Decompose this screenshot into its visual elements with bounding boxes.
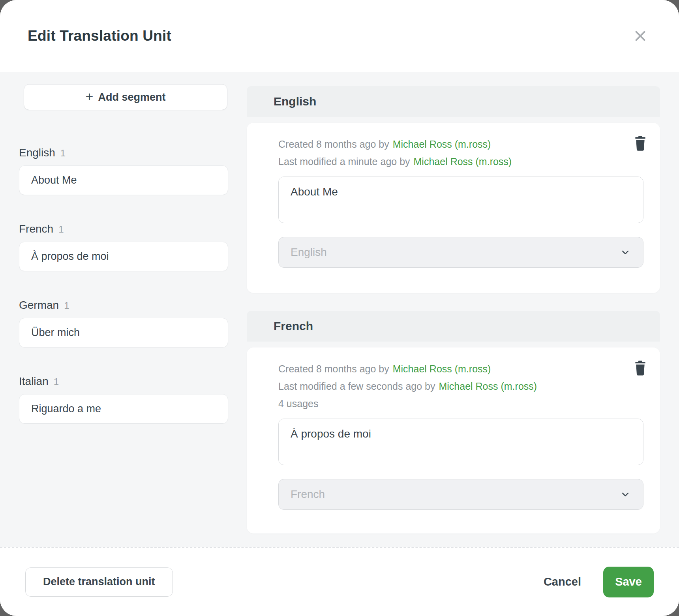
editor-panel-french: French Created 8 months ago by Mich bbox=[247, 311, 660, 533]
segment-field-french[interactable] bbox=[19, 242, 228, 271]
chevron-down-icon bbox=[619, 488, 631, 500]
delete-segment-button[interactable] bbox=[630, 133, 651, 154]
language-select[interactable]: English bbox=[278, 237, 643, 268]
segment-group-english: English 1 bbox=[19, 146, 228, 195]
segment-text-input[interactable]: About Me bbox=[278, 177, 643, 223]
chevron-down-icon bbox=[619, 246, 631, 258]
segment-field-german[interactable] bbox=[19, 318, 228, 347]
panel-card: Created 8 months ago by Michael Ross (m.… bbox=[247, 123, 660, 293]
segment-group-french: French 1 bbox=[19, 223, 228, 271]
panel-header: English bbox=[247, 86, 660, 117]
segment-count-badge: 1 bbox=[64, 300, 69, 311]
segment-count-badge: 1 bbox=[60, 148, 66, 159]
segment-language-label: German bbox=[19, 299, 59, 312]
delete-segment-button[interactable] bbox=[630, 358, 651, 378]
segment-language-label: French bbox=[19, 223, 53, 235]
created-user-link[interactable]: Michael Ross (m.ross) bbox=[393, 360, 491, 377]
add-segment-button[interactable]: + Add segment bbox=[24, 84, 227, 110]
usages-count: 4 usages bbox=[278, 395, 643, 412]
created-text: Created 8 months ago by bbox=[278, 360, 389, 377]
segment-language-label: English bbox=[19, 146, 55, 159]
created-user-link[interactable]: Michael Ross (m.ross) bbox=[393, 135, 491, 153]
delete-translation-unit-button[interactable]: Delete translation unit bbox=[25, 567, 173, 597]
segment-text-input[interactable]: À propos de moi bbox=[278, 419, 643, 465]
cancel-button[interactable]: Cancel bbox=[544, 575, 581, 588]
created-text: Created 8 months ago by bbox=[278, 135, 389, 153]
modified-meta: Last modified a minute ago by Michael Ro… bbox=[278, 153, 643, 170]
segment-editors: English Created 8 months ago by Mic bbox=[247, 84, 660, 547]
panel-title: French bbox=[274, 319, 313, 333]
segments-sidebar: + Add segment English 1 French 1 G bbox=[19, 84, 228, 547]
segment-label-row: English 1 bbox=[19, 146, 228, 159]
language-select-value: English bbox=[291, 246, 327, 259]
modal-body: + Add segment English 1 French 1 G bbox=[0, 72, 679, 547]
modal-header: Edit Translation Unit bbox=[0, 0, 679, 72]
segment-language-label: Italian bbox=[19, 375, 49, 388]
modal-title: Edit Translation Unit bbox=[28, 28, 171, 44]
trash-icon bbox=[632, 135, 648, 152]
modified-user-link[interactable]: Michael Ross (m.ross) bbox=[439, 377, 537, 395]
modified-text: Last modified a few seconds ago by bbox=[278, 377, 435, 395]
close-icon bbox=[633, 29, 647, 43]
created-meta: Created 8 months ago by Michael Ross (m.… bbox=[278, 360, 643, 377]
language-select[interactable]: French bbox=[278, 479, 643, 510]
segment-label-row: German 1 bbox=[19, 299, 228, 312]
plus-icon: + bbox=[86, 90, 94, 103]
trash-icon bbox=[632, 360, 648, 376]
editor-panel-english: English Created 8 months ago by Mic bbox=[247, 86, 660, 293]
segment-group-italian: Italian 1 bbox=[19, 375, 228, 424]
modified-meta: Last modified a few seconds ago by Micha… bbox=[278, 377, 643, 395]
segment-label-row: Italian 1 bbox=[19, 375, 228, 388]
language-select-value: French bbox=[291, 488, 325, 501]
segment-field-english[interactable] bbox=[19, 165, 228, 195]
panel-card: Created 8 months ago by Michael Ross (m.… bbox=[247, 347, 660, 533]
segment-count-badge: 1 bbox=[54, 376, 59, 387]
segment-label-row: French 1 bbox=[19, 223, 228, 235]
add-segment-label: Add segment bbox=[98, 91, 165, 103]
segment-count-badge: 1 bbox=[58, 224, 64, 235]
modal-footer: Delete translation unit Cancel Save bbox=[0, 547, 679, 616]
created-meta: Created 8 months ago by Michael Ross (m.… bbox=[278, 135, 643, 153]
modified-user-link[interactable]: Michael Ross (m.ross) bbox=[414, 153, 512, 170]
edit-translation-unit-modal: Edit Translation Unit + Add segment Engl… bbox=[0, 0, 679, 616]
save-button[interactable]: Save bbox=[603, 567, 654, 597]
segment-group-german: German 1 bbox=[19, 299, 228, 347]
panel-title: English bbox=[274, 95, 316, 108]
panel-header: French bbox=[247, 311, 660, 342]
segment-field-italian[interactable] bbox=[19, 394, 228, 424]
close-button[interactable] bbox=[629, 25, 651, 47]
modified-text: Last modified a minute ago by bbox=[278, 153, 410, 170]
